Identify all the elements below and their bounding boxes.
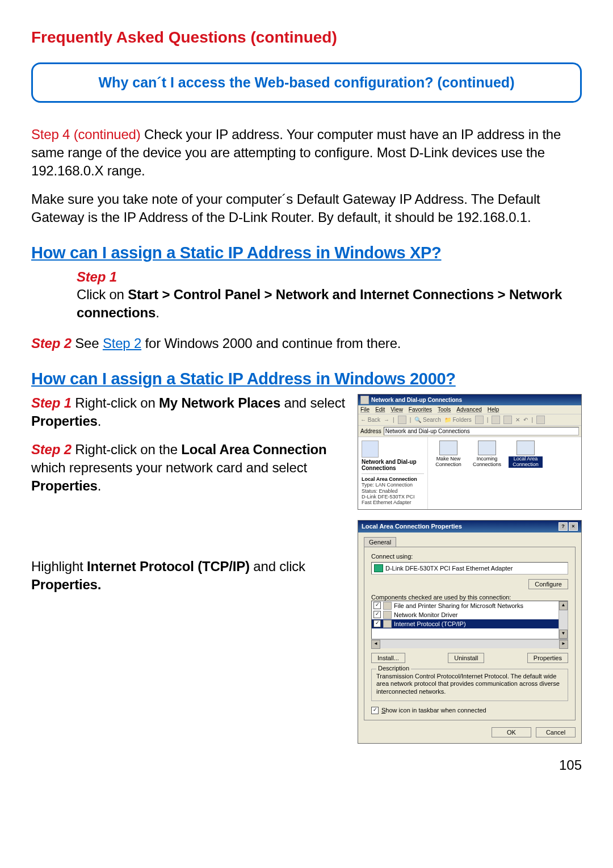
- xp-step1-label: Step 1: [77, 268, 582, 286]
- window-titlebar: Network and Dial-up Connections: [358, 395, 581, 405]
- scroll-right-icon[interactable]: ►: [559, 640, 568, 649]
- search-button[interactable]: 🔍 Search: [414, 417, 440, 423]
- tab-general[interactable]: General: [364, 537, 396, 547]
- configure-button[interactable]: Configure: [528, 579, 568, 589]
- question-box-title: Why can´t I access the Web-based configu…: [47, 74, 566, 91]
- service-icon: [383, 611, 392, 619]
- incoming-connections[interactable]: Incoming Connections: [470, 441, 504, 468]
- checkbox-icon[interactable]: ✓: [373, 602, 381, 609]
- description-legend: Description: [376, 665, 411, 672]
- menu-edit[interactable]: Edit: [375, 406, 385, 413]
- xp-step2-line: Step 2 See Step 2 for Windows 2000 and c…: [31, 334, 582, 353]
- help-icon[interactable]: ?: [559, 522, 568, 531]
- connections-list: Make New Connection Incoming Connections…: [428, 437, 581, 509]
- detail-adapter: D-Link DFE-530TX PCI Fast Ethernet Adapt…: [362, 494, 424, 506]
- dialog-titlebar: Local Area Connection Properties ? ×: [358, 521, 581, 532]
- cancel-button[interactable]: Cancel: [536, 727, 576, 737]
- xp-step1-text: Click on Start > Control Panel > Network…: [77, 286, 582, 322]
- description-text: Transmission Control Protocol/Internet P…: [376, 673, 563, 696]
- folders-button[interactable]: 📁 Folders: [444, 417, 472, 423]
- w2k-step3: Highlight Internet Protocol (TCP/IP) and…: [31, 557, 346, 594]
- menubar: File Edit View Favorites Tools Advanced …: [358, 405, 581, 414]
- up-icon[interactable]: [398, 416, 406, 424]
- page-number: 105: [31, 757, 582, 773]
- w2k-step1: Step 1 Right-click on My Network Places …: [31, 394, 346, 430]
- incoming-icon: [478, 441, 496, 455]
- menu-help[interactable]: Help: [488, 406, 499, 413]
- components-label: Components checked are used by this conn…: [371, 594, 568, 601]
- menu-advanced[interactable]: Advanced: [456, 406, 481, 413]
- show-icon-row[interactable]: ✓ SShow icon in taskbar when connectedho…: [371, 707, 568, 714]
- install-button[interactable]: Install...: [371, 653, 405, 663]
- step2-link[interactable]: Step 2: [103, 336, 141, 351]
- checkbox-icon[interactable]: ✓: [373, 611, 381, 618]
- detail-type: Type: LAN Connection: [362, 482, 424, 488]
- scroll-down-icon[interactable]: ▼: [559, 630, 568, 639]
- component-tcpip[interactable]: ✓ Internet Protocol (TCP/IP): [372, 619, 559, 628]
- close-icon[interactable]: ×: [569, 522, 578, 531]
- delete-icon[interactable]: ✕: [515, 417, 520, 423]
- checkbox-icon[interactable]: ✓: [373, 620, 381, 627]
- component-file-print-sharing[interactable]: ✓ File and Printer Sharing for Microsoft…: [372, 601, 559, 610]
- address-input[interactable]: [384, 427, 579, 435]
- checkbox-icon[interactable]: ✓: [371, 707, 379, 714]
- detail-title: Local Area Connection: [362, 476, 424, 482]
- vertical-scrollbar[interactable]: ▲ ▼: [559, 601, 568, 639]
- step4-label: Step 4 (continued): [31, 127, 144, 142]
- window-icon: [360, 396, 369, 404]
- description-group: Description Transmission Control Protoco…: [371, 669, 568, 701]
- question-box: Why can´t I access the Web-based configu…: [31, 62, 582, 103]
- connect-using-label: Connect using:: [371, 553, 568, 560]
- menu-view[interactable]: View: [391, 406, 403, 413]
- window-title: Network and Dial-up Connections: [371, 397, 462, 403]
- uninstall-button[interactable]: Uninstall: [448, 653, 484, 663]
- nic-icon: [374, 564, 383, 572]
- service-icon: [383, 602, 392, 610]
- nav-back[interactable]: ← Back: [360, 417, 380, 423]
- menu-favorites[interactable]: Favorites: [409, 406, 432, 413]
- xp-step2-label: Step 2: [31, 336, 75, 351]
- heading-2000: How can I assign a Static IP Address in …: [31, 370, 582, 388]
- wizard-icon: [439, 441, 457, 455]
- menu-tools[interactable]: Tools: [438, 406, 451, 413]
- lan-icon: [517, 441, 535, 455]
- make-new-connection[interactable]: Make New Connection: [431, 441, 465, 468]
- views-icon[interactable]: [536, 416, 545, 424]
- screenshot-lan-properties: Local Area Connection Properties ? × Gen…: [358, 520, 582, 744]
- w2k-step2: Step 2 Right-click on the Local Area Con…: [31, 441, 346, 495]
- paragraph-gateway: Make sure you take note of your computer…: [31, 190, 582, 227]
- properties-button[interactable]: Properties: [527, 653, 568, 663]
- move-icon[interactable]: [492, 416, 500, 424]
- undo-icon[interactable]: ↶: [523, 417, 528, 423]
- folder-icon: [362, 441, 379, 458]
- left-pane-title: Network and Dial-up Connections: [362, 459, 424, 471]
- faq-title: Frequently Asked Questions (continued): [31, 28, 582, 47]
- scroll-up-icon[interactable]: ▲: [559, 601, 568, 610]
- horizontal-scrollbar[interactable]: ◄ ►: [371, 639, 568, 648]
- detail-status: Status: Enabled: [362, 488, 424, 494]
- menu-file[interactable]: File: [360, 406, 370, 413]
- history-icon[interactable]: [475, 416, 484, 424]
- copy-icon[interactable]: [503, 416, 512, 424]
- dialog-title: Local Area Connection Properties: [362, 523, 462, 530]
- local-area-connection[interactable]: Local Area Connection: [509, 441, 543, 468]
- paragraph-step4: Step 4 (continued) Check your IP address…: [31, 125, 582, 180]
- component-network-monitor[interactable]: ✓ Network Monitor Driver: [372, 610, 559, 619]
- show-icon-label: SShow icon in taskbar when connectedhow …: [381, 707, 486, 714]
- address-bar: Address: [358, 426, 581, 437]
- protocol-icon: [383, 620, 392, 628]
- heading-xp: How can I assign a Static IP Address in …: [31, 244, 582, 262]
- left-pane: Network and Dial-up Connections Local Ar…: [358, 437, 428, 509]
- toolbar: ← Back →| | 🔍 Search 📁 Folders | ✕ ↶|: [358, 414, 581, 426]
- adapter-name: D-Link DFE-530TX PCI Fast Ethernet Adapt…: [385, 565, 513, 572]
- scroll-left-icon[interactable]: ◄: [371, 640, 380, 649]
- ok-button[interactable]: OK: [492, 727, 531, 737]
- address-label: Address: [360, 428, 381, 434]
- components-list[interactable]: ✓ File and Printer Sharing for Microsoft…: [371, 601, 568, 639]
- adapter-field: D-Link DFE-530TX PCI Fast Ethernet Adapt…: [371, 562, 568, 575]
- screenshot-network-connections: Network and Dial-up Connections File Edi…: [358, 394, 582, 509]
